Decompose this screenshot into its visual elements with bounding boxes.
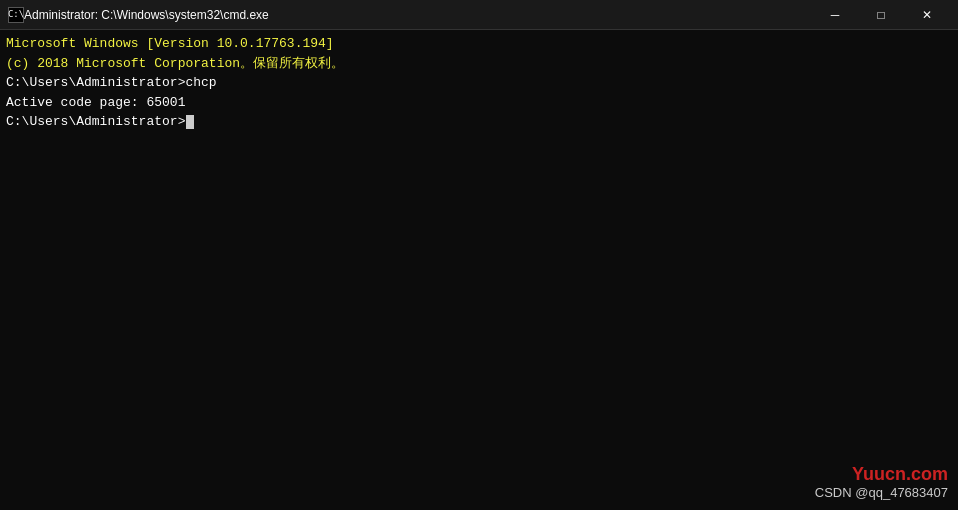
cmd-output-line5: Active code page: 65001 [6, 93, 952, 113]
cmd-output-line2: (c) 2018 Microsoft Corporation。保留所有权利。 [6, 54, 952, 74]
watermark-csdn: CSDN @qq_47683407 [815, 485, 948, 500]
cmd-prompt: C:\Users\Administrator> [6, 112, 185, 132]
close-button[interactable]: ✕ [904, 0, 950, 30]
minimize-button[interactable]: ─ [812, 0, 858, 30]
cmd-prompt-line: C:\Users\Administrator> [6, 112, 952, 132]
window-controls: ─ □ ✕ [812, 0, 950, 30]
maximize-button[interactable]: □ [858, 0, 904, 30]
cmd-output-line4: C:\Users\Administrator>chcp [6, 73, 952, 93]
watermark: Yuucn.com CSDN @qq_47683407 [815, 464, 948, 500]
cursor [186, 115, 194, 129]
watermark-yuucn: Yuucn.com [815, 464, 948, 485]
cmd-output-line1: Microsoft Windows [Version 10.0.17763.19… [6, 34, 952, 54]
title-bar: C:\ Administrator: C:\Windows\system32\c… [0, 0, 958, 30]
cmd-area[interactable]: Microsoft Windows [Version 10.0.17763.19… [0, 30, 958, 510]
window-title: Administrator: C:\Windows\system32\cmd.e… [24, 8, 812, 22]
app-icon: C:\ [8, 7, 24, 23]
